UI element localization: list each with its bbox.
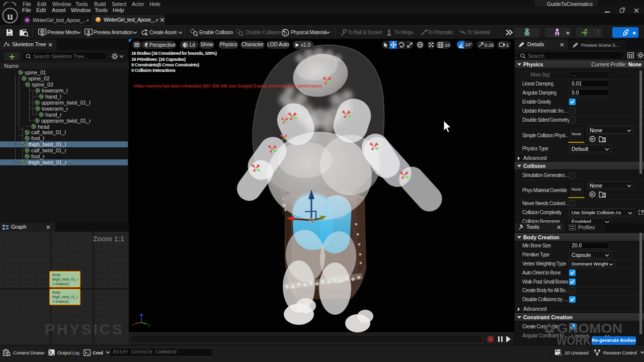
svg-text:9 Constraints(5 Cross Constrai: 9 Constraints(5 Cross Constraints) bbox=[131, 62, 199, 67]
svg-text:thigh_twist_01_r: thigh_twist_01_r bbox=[52, 278, 78, 282]
svg-text:hand_l: hand_l bbox=[45, 94, 61, 100]
svg-text:head: head bbox=[38, 124, 50, 130]
svg-text:Y: Y bbox=[148, 324, 150, 327]
svg-text:thigh_twist_01_r: thigh_twist_01_r bbox=[28, 159, 67, 165]
svg-text:1 shape(s): 1 shape(s) bbox=[52, 282, 69, 286]
svg-text:foot_l: foot_l bbox=[31, 135, 44, 141]
svg-text:spine_03: spine_03 bbox=[32, 81, 53, 87]
svg-text:thigh_twist_01_l: thigh_twist_01_l bbox=[52, 295, 78, 299]
svg-text:calf_twist_01_r: calf_twist_01_r bbox=[31, 147, 67, 153]
svg-text:16 Primitives: (16 Capsules): 16 Primitives: (16 Capsules) bbox=[131, 57, 186, 62]
svg-text:spine_01: spine_01 bbox=[25, 69, 46, 75]
svg-text:calf_twist_01_l: calf_twist_01_l bbox=[31, 129, 66, 135]
svg-text:x: x bbox=[132, 323, 134, 326]
svg-text:Zoom 1:1: Zoom 1:1 bbox=[93, 235, 124, 243]
svg-text:spine_02: spine_02 bbox=[28, 75, 50, 81]
svg-text:foot_r: foot_r bbox=[31, 153, 45, 159]
svg-text:thigh_twist_01_l: thigh_twist_01_l bbox=[28, 141, 66, 147]
svg-text:lowerarm_l: lowerarm_l bbox=[42, 87, 67, 94]
svg-text:hand_r: hand_r bbox=[45, 112, 62, 118]
svg-text:Video memory has been exhauste: Video memory has been exhausted (857.605… bbox=[133, 83, 323, 88]
svg-text:Body: Body bbox=[52, 273, 60, 277]
svg-text:u: u bbox=[7, 10, 13, 22]
svg-text:upperarm_twist_01_r: upperarm_twist_01_r bbox=[41, 118, 91, 124]
svg-text:lowerarm_r: lowerarm_r bbox=[42, 106, 68, 112]
svg-text:upperarm_twist_01_l: upperarm_twist_01_l bbox=[41, 100, 90, 106]
svg-text:0 Collision Interactions: 0 Collision Interactions bbox=[131, 68, 176, 73]
svg-text:16 Bodies (16 Considered for b: 16 Bodies (16 Considered for bounds, 100… bbox=[131, 51, 217, 56]
svg-text:1 shape(s): 1 shape(s) bbox=[52, 300, 69, 304]
svg-text:Body: Body bbox=[52, 291, 60, 295]
